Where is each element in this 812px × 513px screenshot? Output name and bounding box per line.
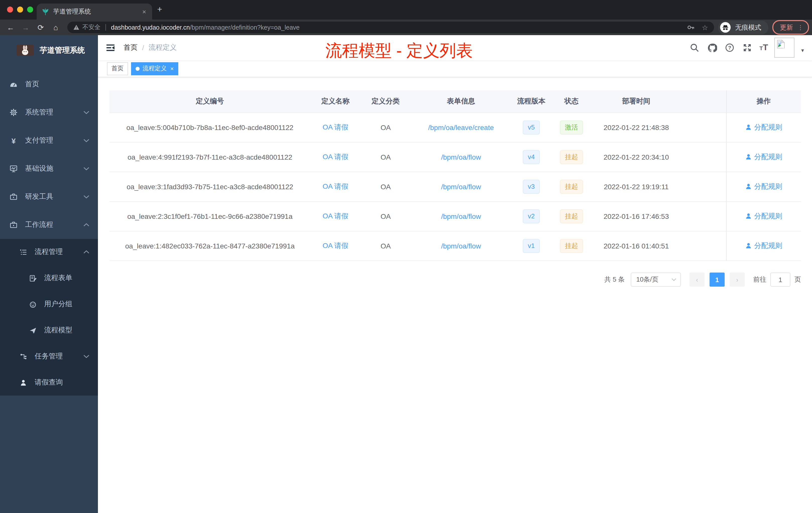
- chevron-up-icon: [83, 223, 89, 227]
- sidebar-toggle-hamburger-icon[interactable]: [98, 43, 116, 53]
- chevron-down-icon: [671, 278, 676, 281]
- form-link[interactable]: /bpm/oa/flow: [441, 242, 481, 250]
- paper-plane-icon: [29, 327, 37, 334]
- table-row: oa_leave:4:991f2193-7b7f-11ec-a3c8-acde4…: [110, 142, 801, 172]
- status-tag: 挂起: [560, 150, 583, 164]
- assign-rule-button[interactable]: 分配规则: [745, 153, 782, 162]
- form-link[interactable]: /bpm/oa/flow: [441, 212, 481, 220]
- form-link[interactable]: /bpm/oa/flow: [441, 153, 481, 161]
- tag-close-icon[interactable]: ×: [170, 65, 174, 71]
- definition-name-link[interactable]: OA 请假: [323, 241, 348, 249]
- sidebar-item-process-model[interactable]: 流程模型: [0, 317, 98, 343]
- assign-rule-button[interactable]: 分配规则: [745, 123, 782, 132]
- table-row: oa_leave:2:3c1f0ef1-76b1-11ec-9c66-a2380…: [110, 202, 801, 231]
- tag-home[interactable]: 首页: [107, 62, 128, 75]
- sidebar-item-dev-tools[interactable]: 研发工具: [0, 183, 98, 211]
- page-size-select[interactable]: 10条/页: [631, 273, 681, 286]
- tag-process-definition[interactable]: 流程定义 ×: [131, 62, 178, 75]
- sidebar-item-process-management[interactable]: 流程管理: [0, 239, 98, 265]
- goto-page-input[interactable]: [770, 273, 790, 286]
- help-icon[interactable]: ?: [724, 41, 735, 54]
- org-flow-icon: [19, 353, 27, 360]
- incognito-badge: 无痕模式: [718, 20, 768, 34]
- breadcrumb-separator: /: [142, 44, 144, 52]
- breadcrumb-current: 流程定义: [149, 43, 177, 52]
- pagination-total: 共 5 条: [604, 275, 625, 284]
- avatar-caret-icon[interactable]: ▾: [801, 47, 804, 54]
- home-icon[interactable]: ⌂: [48, 23, 63, 32]
- assign-rule-button[interactable]: 分配规则: [745, 241, 782, 250]
- avatar[interactable]: [775, 38, 795, 58]
- chevron-down-icon: [83, 167, 89, 171]
- status-tag: 挂起: [560, 239, 583, 253]
- briefcase-icon: [9, 221, 18, 229]
- monitor-icon: [9, 164, 18, 173]
- main-content: 定义编号 定义名称 定义分类 表单信息 流程版本 状态 部署时间 操作 oa_l…: [98, 77, 812, 513]
- sidebar-item-home[interactable]: 首页: [0, 70, 98, 98]
- user-icon: [745, 124, 752, 131]
- next-page-button[interactable]: ›: [730, 273, 745, 286]
- definition-name-link[interactable]: OA 请假: [323, 123, 348, 131]
- cell-category: OA: [360, 172, 411, 202]
- app-logo[interactable]: 芋道管理系统: [0, 35, 98, 59]
- sidebar-menu: 首页: [0, 70, 98, 396]
- fullscreen-icon[interactable]: [742, 41, 753, 54]
- font-size-icon[interactable]: TT: [759, 43, 768, 53]
- cell-category: OA: [360, 113, 411, 142]
- back-icon[interactable]: ←: [3, 23, 18, 32]
- form-link[interactable]: /bpm/oa/flow: [441, 183, 481, 191]
- definition-table: 定义编号 定义名称 定义分类 表单信息 流程版本 状态 部署时间 操作 oa_l…: [110, 90, 801, 261]
- sidebar-item-system[interactable]: 系统管理: [0, 98, 98, 126]
- close-window-button[interactable]: [7, 6, 13, 12]
- col-definition-name: 定义名称: [310, 90, 360, 113]
- zoom-window-button[interactable]: [27, 6, 33, 12]
- reload-icon[interactable]: ⟳: [33, 23, 48, 32]
- password-key-icon[interactable]: [687, 24, 695, 31]
- sidebar-item-task-management[interactable]: 任务管理: [0, 343, 98, 369]
- robot-face-icon: [29, 300, 37, 308]
- user-icon: [745, 154, 752, 160]
- forward-icon[interactable]: →: [18, 23, 33, 32]
- page-annotation: 流程模型 - 定义列表: [325, 42, 473, 59]
- window-controls: [7, 6, 33, 12]
- definition-name-link[interactable]: OA 请假: [323, 153, 348, 161]
- cell-id: oa_leave:3:1fad3d93-7b75-11ec-a3c8-acde4…: [110, 172, 310, 202]
- address-bar[interactable]: 不安全 dashboard.yudao.iocoder.cn /bpm/mana…: [67, 22, 714, 33]
- definition-name-link[interactable]: OA 请假: [323, 212, 348, 220]
- app-title: 芋道管理系统: [40, 46, 85, 55]
- sidebar-item-workflow[interactable]: 工作流程: [0, 211, 98, 239]
- pagination: 共 5 条 10条/页 ‹ 1 › 前往 页: [98, 273, 801, 286]
- status-tag: 激活: [560, 120, 583, 134]
- cell-deploy-time: 2022-01-16 01:40:51: [591, 231, 681, 261]
- form-link[interactable]: /bpm/oa/leave/create: [428, 123, 494, 131]
- url-host: dashboard.yudao.iocoder.cn: [111, 24, 190, 31]
- not-secure-warning-icon: [73, 25, 79, 30]
- breadcrumb-home[interactable]: 首页: [123, 43, 138, 52]
- github-icon[interactable]: [707, 41, 718, 54]
- cell-id: oa_leave:1:482ec033-762a-11ec-8477-a2380…: [110, 231, 310, 261]
- definition-name-link[interactable]: OA 请假: [323, 182, 348, 190]
- prev-page-button[interactable]: ‹: [690, 273, 704, 286]
- form-edit-icon: [29, 274, 37, 282]
- version-tag: v2: [523, 209, 540, 223]
- sidebar-item-process-form[interactable]: 流程表单: [0, 265, 98, 291]
- sidebar-item-user-group[interactable]: 用户分组: [0, 291, 98, 317]
- bookmark-star-icon[interactable]: ☆: [702, 23, 708, 31]
- incognito-icon: [720, 22, 731, 33]
- browser-update-menu-button[interactable]: 更新 ⋮: [772, 20, 809, 35]
- search-icon[interactable]: [689, 41, 700, 54]
- table-header-row: 定义编号 定义名称 定义分类 表单信息 流程版本 状态 部署时间 操作: [110, 90, 801, 113]
- sidebar-item-leave-query[interactable]: 请假查询: [0, 369, 98, 396]
- cell-id: oa_leave:2:3c1f0ef1-76b1-11ec-9c66-a2380…: [110, 202, 310, 231]
- security-label[interactable]: 不安全: [82, 23, 100, 32]
- page-1-button[interactable]: 1: [709, 273, 725, 286]
- browser-tab[interactable]: 芋道管理系统 ×: [37, 3, 152, 20]
- tab-close-icon[interactable]: ×: [141, 8, 147, 15]
- minimize-window-button[interactable]: [17, 6, 23, 12]
- assign-rule-button[interactable]: 分配规则: [745, 182, 782, 191]
- sidebar-item-payment[interactable]: ¥ 支付管理: [0, 126, 98, 155]
- new-tab-button[interactable]: +: [157, 5, 162, 13]
- sidebar-item-infrastructure[interactable]: 基础设施: [0, 155, 98, 183]
- dashboard-gauge-icon: [9, 80, 18, 88]
- assign-rule-button[interactable]: 分配规则: [745, 212, 782, 221]
